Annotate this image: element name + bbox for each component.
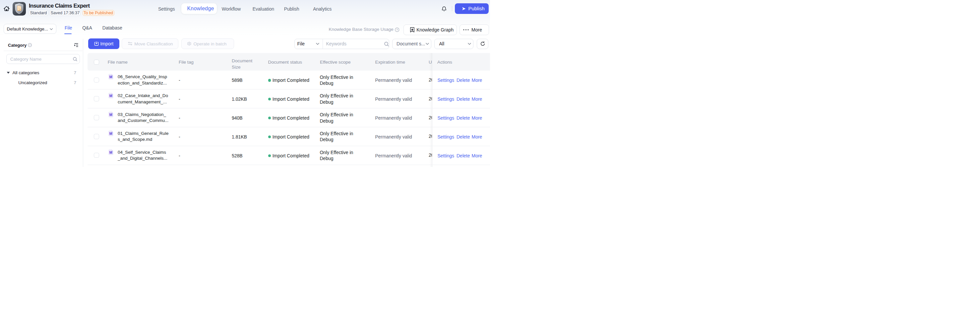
svg-text:M: M xyxy=(109,150,112,154)
svg-text:M: M xyxy=(109,75,112,79)
svg-text:M: M xyxy=(109,131,112,135)
svg-text:M: M xyxy=(109,113,112,117)
svg-text:M: M xyxy=(109,94,112,98)
svg-text:?: ? xyxy=(29,44,30,47)
svg-text:?: ? xyxy=(396,28,398,32)
